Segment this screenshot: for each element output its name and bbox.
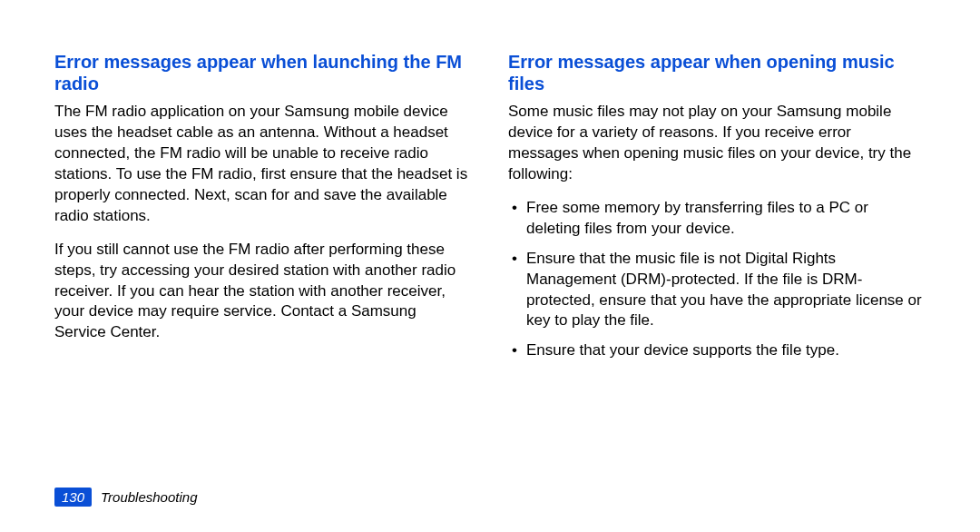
bullet-item: Free some memory by transferring files t… <box>508 198 926 240</box>
document-page: Error messages appear when launching the… <box>0 0 980 532</box>
bullet-item: Ensure that the music file is not Digita… <box>508 249 926 332</box>
fm-radio-paragraph-1: The FM radio application on your Samsung… <box>54 102 472 227</box>
music-files-bullet-list: Free some memory by transferring files t… <box>508 198 926 362</box>
section-title-fm-radio: Error messages appear when launching the… <box>54 51 472 94</box>
music-files-intro: Some music files may not play on your Sa… <box>508 102 926 185</box>
fm-radio-paragraph-2: If you still cannot use the FM radio aft… <box>54 240 472 344</box>
left-column: Error messages appear when launching the… <box>54 51 472 370</box>
bullet-item: Ensure that your device supports the fil… <box>508 340 926 361</box>
page-footer: 130 Troubleshooting <box>54 488 198 507</box>
section-title-music-files: Error messages appear when opening music… <box>508 51 926 94</box>
content-columns: Error messages appear when launching the… <box>54 51 926 370</box>
page-number-badge: 130 <box>54 488 92 507</box>
footer-section-label: Troubleshooting <box>101 489 197 505</box>
right-column: Error messages appear when opening music… <box>508 51 926 370</box>
